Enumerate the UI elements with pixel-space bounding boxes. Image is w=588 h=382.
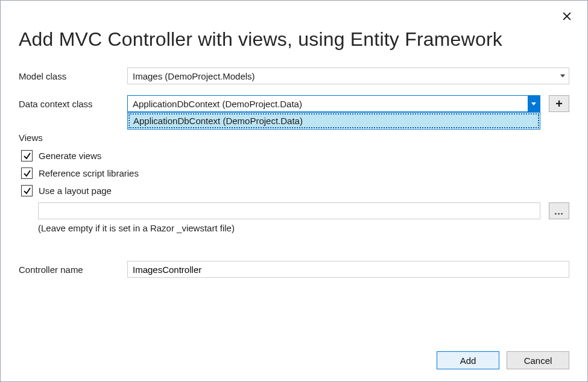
use-layout-page-checkbox[interactable] <box>21 185 33 196</box>
data-context-value: ApplicationDbContext (DemoProject.Data) <box>133 99 535 109</box>
data-context-dropdown: ApplicationDbContext (DemoProject.Data) <box>127 112 540 130</box>
layout-page-hint: (Leave empty if it is set in a Razor _vi… <box>38 223 569 233</box>
views-section-label: Views <box>19 133 569 143</box>
dialog-footer: Add Cancel <box>437 351 569 369</box>
check-icon <box>23 187 31 195</box>
reference-script-libs-label: Reference script libraries <box>39 168 139 178</box>
add-data-context-button[interactable]: + <box>549 95 569 112</box>
generate-views-checkbox[interactable] <box>21 150 33 161</box>
layout-page-input[interactable] <box>38 202 540 219</box>
add-button[interactable]: Add <box>437 351 499 369</box>
controller-name-input[interactable] <box>127 261 569 278</box>
ellipsis-icon: ... <box>554 206 564 216</box>
data-context-combo[interactable]: ApplicationDbContext (DemoProject.Data) <box>127 95 540 112</box>
use-layout-page-row: Use a layout page <box>21 185 569 196</box>
close-icon <box>563 12 571 20</box>
model-class-label: Model class <box>19 71 127 81</box>
check-icon <box>23 152 31 160</box>
generate-views-row: Generate views <box>21 150 569 161</box>
controller-name-label: Controller name <box>19 265 127 275</box>
layout-page-input-row: ... <box>38 202 569 219</box>
cancel-button-label: Cancel <box>524 355 552 366</box>
data-context-label: Data context class <box>19 99 127 109</box>
dialog-title: Add MVC Controller with views, using Ent… <box>19 28 569 51</box>
reference-script-libs-row: Reference script libraries <box>21 168 569 179</box>
check-icon <box>23 169 31 178</box>
reference-script-libs-checkbox[interactable] <box>21 168 33 179</box>
browse-layout-button[interactable]: ... <box>549 202 569 219</box>
data-context-row: Data context class ApplicationDbContext … <box>19 95 569 112</box>
model-class-combo[interactable]: Images (DemoProject.Models) <box>127 67 569 84</box>
add-button-label: Add <box>460 355 476 366</box>
cancel-button[interactable]: Cancel <box>507 351 569 369</box>
data-context-option[interactable]: ApplicationDbContext (DemoProject.Data) <box>128 113 539 128</box>
combo-dropdown-button[interactable] <box>528 96 540 111</box>
controller-name-row: Controller name <box>19 261 569 278</box>
use-layout-page-label: Use a layout page <box>39 186 112 196</box>
model-class-row: Model class Images (DemoProject.Models) <box>19 67 569 84</box>
close-button[interactable] <box>560 9 574 23</box>
generate-views-label: Generate views <box>39 151 101 161</box>
chevron-down-icon <box>531 102 536 105</box>
dialog-root: Add MVC Controller with views, using Ent… <box>0 0 588 382</box>
plus-icon: + <box>555 97 563 111</box>
chevron-down-icon <box>560 75 565 78</box>
model-class-value: Images (DemoProject.Models) <box>133 71 564 81</box>
